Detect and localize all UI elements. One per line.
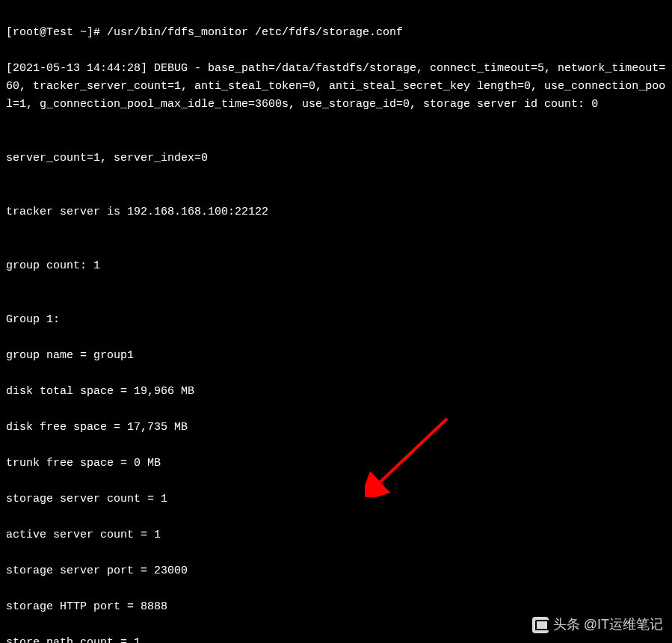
command-text: /usr/bin/fdfs_monitor /etc/fdfs/storage.… — [107, 26, 403, 39]
storage-server-port-line: storage server port = 23000 — [6, 562, 666, 580]
server-count-line: server_count=1, server_index=0 — [6, 150, 666, 167]
prompt: [root@Test ~]# — [6, 26, 100, 39]
terminal-output: [root@Test ~]# /usr/bin/fdfs_monitor /et… — [6, 6, 666, 643]
prompt-line: [root@Test ~]# /usr/bin/fdfs_monitor /et… — [6, 24, 666, 42]
watermark-logo-icon — [532, 617, 549, 633]
group-count-line: group count: 1 — [6, 257, 666, 275]
disk-total-line: disk total space = 19,966 MB — [6, 383, 666, 401]
watermark-text: 头条 @IT运维笔记 — [553, 614, 663, 636]
active-server-count-line: active server count = 1 — [6, 526, 666, 544]
disk-free-line: disk free space = 17,735 MB — [6, 419, 666, 437]
debug-output: [2021-05-13 14:44:28] DEBUG - base_path=… — [6, 60, 666, 114]
watermark: 头条 @IT运维笔记 — [532, 614, 663, 636]
storage-server-count-line: storage server count = 1 — [6, 490, 666, 508]
trunk-free-line: trunk free space = 0 MB — [6, 455, 666, 473]
group-name-line: group name = group1 — [6, 347, 666, 365]
tracker-server-line: tracker server is 192.168.168.100:22122 — [6, 203, 666, 221]
group-header-line: Group 1: — [6, 311, 666, 329]
